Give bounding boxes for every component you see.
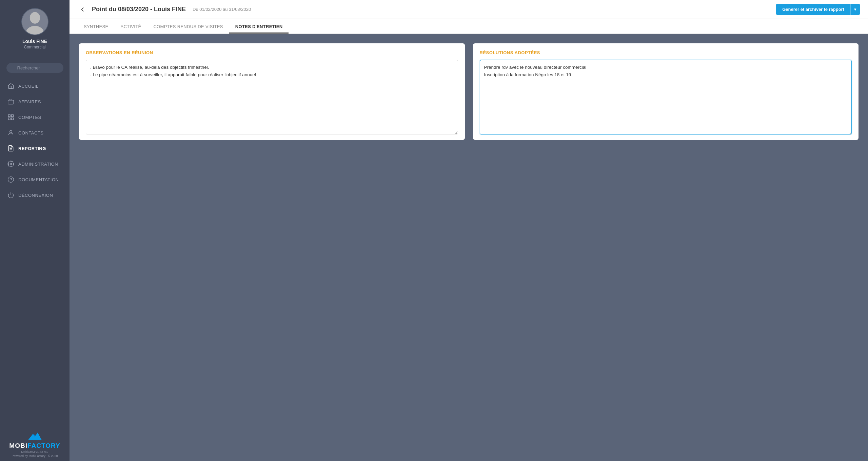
file-text-icon — [7, 145, 14, 152]
nav-label-administration: ADMINISTRATION — [18, 162, 58, 167]
grid-icon — [7, 114, 14, 121]
sidebar-item-administration[interactable]: ADMINISTRATION — [0, 156, 70, 172]
help-circle-icon — [7, 176, 14, 183]
nav-label-comptes: COMPTES — [18, 115, 41, 120]
sidebar-item-affaires[interactable]: AFFAIRES — [0, 94, 70, 109]
avatar — [21, 8, 48, 35]
user-profile-section: Louis FINE Commercial — [0, 0, 70, 55]
nav-label-accueil: ACCUEIL — [18, 84, 39, 89]
search-wrapper[interactable]: 🔍 — [6, 59, 63, 76]
logo: MOBIFACTORY MobiCRM v1.33 r42 Powered by… — [9, 431, 60, 458]
nav-label-documentation: DOCUMENTATION — [18, 177, 59, 182]
svg-rect-6 — [8, 118, 11, 120]
logo-bird-icon — [28, 431, 42, 441]
tabs-bar: SYNTHESE ACTIVITÉ COMPTES RENDUS DE VISI… — [70, 19, 868, 34]
content-area: OBSERVATIONS EN RÉUNION . Bravo pour le … — [70, 34, 868, 461]
sidebar: Louis FINE Commercial 🔍 ACCUEIL AFFAIRES… — [0, 0, 70, 461]
power-icon — [7, 192, 14, 198]
generate-report-dropdown-button[interactable]: ▾ — [850, 4, 860, 15]
svg-rect-7 — [12, 118, 14, 120]
svg-point-11 — [10, 163, 12, 165]
tab-activite[interactable]: ACTIVITÉ — [114, 21, 147, 34]
user-role: Commercial — [24, 45, 45, 49]
sidebar-item-deconnexion[interactable]: DÉCONNEXION — [0, 187, 70, 203]
main-content: Point du 08/03/2020 - Louis FINE Du 01/0… — [70, 0, 868, 461]
page-title: Point du 08/03/2020 - Louis FINE — [92, 6, 186, 13]
observations-panel: OBSERVATIONS EN RÉUNION . Bravo pour le … — [79, 43, 465, 140]
search-input[interactable] — [6, 63, 63, 73]
user-icon — [7, 129, 14, 136]
nav-label-reporting: REPORTING — [18, 146, 46, 151]
sidebar-bottom: MOBIFACTORY MobiCRM v1.33 r42 Powered by… — [0, 425, 70, 461]
topbar-right-actions: Générer et archiver le rapport ▾ — [776, 4, 860, 15]
sidebar-item-reporting[interactable]: REPORTING — [0, 141, 70, 156]
svg-rect-4 — [8, 115, 11, 117]
sidebar-item-documentation[interactable]: DOCUMENTATION — [0, 172, 70, 187]
briefcase-icon — [7, 98, 14, 105]
observations-textarea[interactable]: . Bravo pour le CA réalisé, au-delà des … — [86, 60, 458, 134]
nav-label-contacts: CONTACTS — [18, 130, 44, 135]
tab-synthese[interactable]: SYNTHESE — [78, 21, 114, 34]
observations-panel-title: OBSERVATIONS EN RÉUNION — [86, 50, 458, 55]
sidebar-item-contacts[interactable]: CONTACTS — [0, 125, 70, 141]
nav-label-deconnexion: DÉCONNEXION — [18, 193, 53, 198]
logo-text: MOBIFACTORY — [9, 442, 60, 449]
sidebar-item-comptes[interactable]: COMPTES — [0, 109, 70, 125]
resolutions-panel-title: RÉSOLUTIONS ADOPTÉES — [480, 50, 852, 55]
svg-point-8 — [10, 130, 12, 133]
logo-version: MobiCRM v1.33 r42 — [21, 450, 48, 454]
user-name: Louis FINE — [22, 39, 47, 44]
logo-mobi: MOBI — [9, 442, 27, 449]
logo-factory: FACTORY — [27, 442, 60, 449]
svg-rect-3 — [8, 100, 14, 104]
tab-comptes-rendus[interactable]: COMPTES RENDUS DE VISITES — [147, 21, 229, 34]
home-icon — [7, 83, 14, 89]
topbar: Point du 08/03/2020 - Louis FINE Du 01/0… — [70, 0, 868, 19]
svg-rect-5 — [12, 115, 14, 117]
settings-icon — [7, 161, 14, 167]
generate-report-button[interactable]: Générer et archiver le rapport — [776, 4, 850, 15]
logo-powered: Powered by MobiFactory · © 2020 — [12, 454, 58, 458]
back-button[interactable] — [78, 5, 87, 14]
resolutions-panel: RÉSOLUTIONS ADOPTÉES Prendre rdv avec le… — [473, 43, 859, 140]
svg-point-12 — [8, 177, 14, 183]
topbar-date-range: Du 01/02/2020 au 31/03/2020 — [193, 7, 251, 12]
dropdown-arrow-icon: ▾ — [854, 7, 856, 12]
sidebar-item-accueil[interactable]: ACCUEIL — [0, 78, 70, 94]
resolutions-textarea[interactable]: Prendre rdv avec le nouveau directeur co… — [480, 60, 852, 134]
tab-notes-entretien[interactable]: NOTES D'ENTRETIEN — [229, 21, 289, 34]
nav-label-affaires: AFFAIRES — [18, 99, 41, 104]
svg-point-1 — [29, 12, 40, 24]
